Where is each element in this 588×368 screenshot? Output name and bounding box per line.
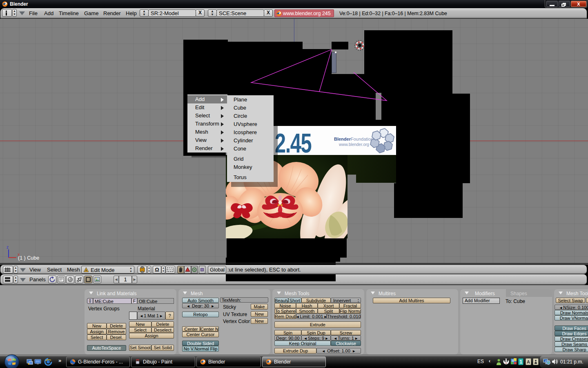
svg-text:www.blender.org: www.blender.org [339,142,369,147]
svg-text:(1 ) Cube: (1 ) Cube [18,255,39,261]
svg-text:2.45: 2.45 [275,128,312,158]
svg-text:z: z [7,245,9,249]
svg-text:BlenderFoundation: BlenderFoundation [334,137,373,141]
